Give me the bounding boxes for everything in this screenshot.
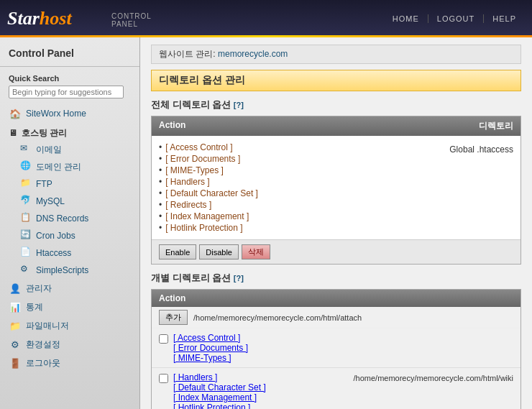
disable-button[interactable]: Disable <box>199 244 239 259</box>
sidebar-label-domain: 도메인 관리 <box>36 161 81 173</box>
col-action-header: Action <box>152 116 336 136</box>
action-access-control[interactable]: [ Access Control ] <box>165 142 232 152</box>
action-error-documents[interactable]: [ Error Documents ] <box>165 154 240 164</box>
sidebar-item-settings[interactable]: ⚙ 환경설정 <box>0 335 139 354</box>
email-icon: ✉ <box>20 143 33 156</box>
ind-action-access-control[interactable]: [ Access Control ] <box>173 333 240 343</box>
nav-logout[interactable]: LOGOUT <box>428 14 484 23</box>
checkbox-2[interactable] <box>159 374 168 383</box>
sidebar-label-htaccess: Htaccess <box>36 248 71 258</box>
global-help-link[interactable]: [?] <box>234 101 244 109</box>
list-item: [ Default Character Set ] <box>173 382 354 392</box>
global-section-label: 전체 디렉토리 옵션 [?] <box>151 98 521 111</box>
action-mime-types[interactable]: [ MIME-Types ] <box>165 165 224 175</box>
sidebar-label-cron: Cron Jobs <box>36 231 75 241</box>
action-hotlink-protection[interactable]: [ Hotlink Protection ] <box>165 223 242 233</box>
list-item: [ MIME-Types ] <box>173 353 513 363</box>
action-index-management[interactable]: [ Index Management ] <box>165 211 249 221</box>
sidebar-label-ftp: FTP <box>36 179 52 189</box>
global-table-row: [ Access Control ] [ Error Documents ] [… <box>159 142 513 234</box>
add-button[interactable]: 추가 <box>159 310 188 325</box>
sidebar-item-cron[interactable]: 🔄 Cron Jobs <box>0 227 139 244</box>
sidebar-label-email: 이메일 <box>36 144 62 156</box>
stats-icon: 📊 <box>9 300 22 313</box>
control-panel-label: CONTROL PANEL <box>111 12 152 28</box>
sidebar-item-siteworx[interactable]: 🏠 SiteWorx Home <box>0 104 139 123</box>
sidebar-label-stats: 통계 <box>26 301 43 313</box>
list-item: [ Index Management ] <box>159 211 427 222</box>
action-list-global: [ Access Control ] [ Error Documents ] [… <box>159 142 427 234</box>
simplescripts-icon: ⚙ <box>20 264 33 277</box>
checkbox-1[interactable] <box>159 334 168 344</box>
list-item: [ Handlers ] <box>159 176 427 188</box>
main-layout: Control Panel Quick Search 🏠 SiteWorx Ho… <box>0 37 532 409</box>
sidebar-label-dns: DNS Records <box>36 213 88 224</box>
enable-button[interactable]: Enable <box>159 244 196 259</box>
sidebar-item-simplescripts[interactable]: ⚙ SimpleScripts <box>0 262 139 279</box>
ind-action-mime-types[interactable]: [ MIME-Types ] <box>173 353 231 363</box>
list-item: [ Redirects ] <box>159 199 427 211</box>
site-url-label: 웹사이트 관리: <box>159 49 218 59</box>
content-area: 웹사이트 관리: memorecycle.com 디렉토리 옵션 관리 전체 디… <box>140 37 532 409</box>
sidebar-label-simplescripts: SimpleScripts <box>36 265 88 275</box>
individual-item-1: [ Access Control ] [ Error Documents ] [… <box>152 328 520 368</box>
list-item: [ Hotlink Protection ] <box>159 222 427 234</box>
list-item: [ Default Character Set ] <box>159 188 427 199</box>
individual-section: 개별 디렉토리 옵션 [?] Action 추가 /home/memorecy/… <box>151 272 521 409</box>
sidebar-label-siteworx: SiteWorx Home <box>26 109 86 119</box>
ind-action-error-documents[interactable]: [ Error Documents ] <box>173 343 248 353</box>
global-table: Action 디렉토리 [ Access Control ] [ Error D… <box>151 116 521 265</box>
individual-action-list-1: [ Access Control ] [ Error Documents ] [… <box>173 333 513 363</box>
checkbox-col-2 <box>159 372 173 385</box>
sidebar-item-mysql[interactable]: 🐬 MySQL <box>0 193 139 210</box>
action-handlers[interactable]: [ Handlers ] <box>165 177 209 187</box>
mysql-icon: 🐬 <box>20 195 33 208</box>
individual-table-header: Action <box>152 290 520 307</box>
list-item: [ MIME-Types ] <box>159 165 427 176</box>
sidebar: Control Panel Quick Search 🏠 SiteWorx Ho… <box>0 37 140 409</box>
sidebar-item-domain[interactable]: 🌐 도메인 관리 <box>0 158 139 175</box>
htaccess-icon: 📄 <box>20 247 33 259</box>
header: Starhost CONTROL PANEL HOME LOGOUT HELP <box>0 0 532 37</box>
sidebar-item-htaccess[interactable]: 📄 Htaccess <box>0 244 139 262</box>
individual-col-action-header: Action <box>152 290 520 307</box>
quick-search-label: Quick Search <box>0 71 139 84</box>
site-url-link[interactable]: memorecycle.com <box>218 49 288 59</box>
individual-help-link[interactable]: [?] <box>234 274 244 282</box>
ind-action-index-management[interactable]: [ Index Management ] <box>173 392 257 403</box>
logo-star: Star <box>7 8 40 29</box>
path-text-2: /home/memorecy/memorecycle.com/html/wiki <box>354 372 514 382</box>
sidebar-label-logout: 로그아웃 <box>26 357 60 369</box>
ind-action-default-char-set[interactable]: [ Default Character Set ] <box>173 382 266 392</box>
sidebar-item-email[interactable]: ✉ 이메일 <box>0 141 139 158</box>
sidebar-item-dns[interactable]: 📋 DNS Records <box>0 210 139 227</box>
nav-links: HOME LOGOUT HELP <box>384 14 525 23</box>
sidebar-section-hosting: 🖥호스팅 관리 <box>0 123 139 141</box>
nav-home[interactable]: HOME <box>384 14 428 23</box>
delete-button[interactable]: 삭제 <box>242 244 270 259</box>
sidebar-item-ftp[interactable]: 📁 FTP <box>0 175 139 193</box>
individual-action-list-2: [ Handlers ] [ Default Character Set ] [… <box>173 372 354 409</box>
individual-add-row: 추가 /home/memorecy/memorecycle.com/html/a… <box>152 307 520 328</box>
global-btn-row: Enable Disable 삭제 <box>152 239 520 264</box>
sidebar-item-filemanager[interactable]: 📁 파일매니저 <box>0 316 139 335</box>
ftp-icon: 📁 <box>20 178 33 190</box>
sidebar-item-logout[interactable]: 🚪 로그아웃 <box>0 354 139 372</box>
action-default-char-set[interactable]: [ Default Character Set ] <box>165 188 258 198</box>
ind-action-handlers[interactable]: [ Handlers ] <box>173 372 217 382</box>
logo: Starhost CONTROL PANEL <box>7 8 72 29</box>
admin-icon: 👤 <box>9 282 22 295</box>
sidebar-label-admin: 관리자 <box>26 282 52 295</box>
ind-action-hotlink-protection[interactable]: [ Hotlink Protection ] <box>173 403 250 409</box>
logo-host: host <box>40 8 72 29</box>
list-item: [ Hotlink Protection ] <box>173 403 354 409</box>
sidebar-item-stats[interactable]: 📊 통계 <box>0 298 139 316</box>
quick-search-input[interactable] <box>9 86 124 98</box>
site-url-bar: 웹사이트 관리: memorecycle.com <box>151 45 521 64</box>
domain-icon: 🌐 <box>20 160 33 173</box>
sidebar-label-settings: 환경설정 <box>26 339 60 351</box>
list-item: [ Access Control ] <box>173 333 513 343</box>
sidebar-item-admin[interactable]: 👤 관리자 <box>0 279 139 298</box>
nav-help[interactable]: HELP <box>484 14 525 23</box>
action-redirects[interactable]: [ Redirects ] <box>165 200 211 210</box>
